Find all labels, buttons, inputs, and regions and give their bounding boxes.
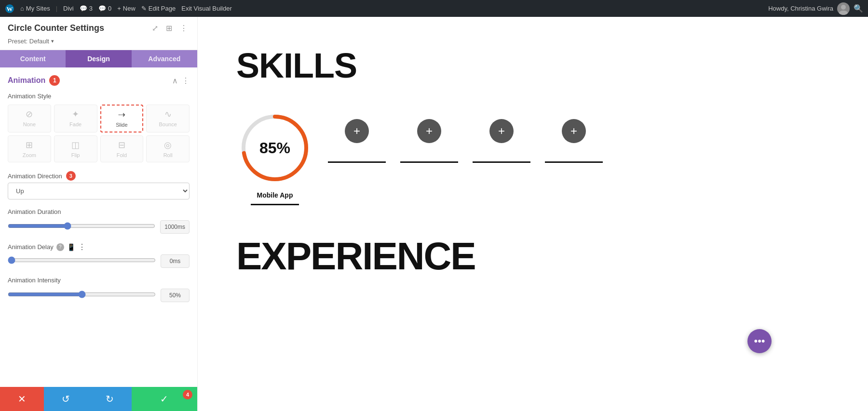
anim-flip-label: Flip xyxy=(71,152,80,158)
animation-delay-label: Animation Delay xyxy=(8,243,54,251)
page-content: SKILLS 85% Mobile App xyxy=(198,17,868,411)
delay-value: 0ms xyxy=(161,254,190,268)
help-icon[interactable]: ? xyxy=(56,243,64,251)
fold-icon: ⊟ xyxy=(118,140,125,150)
preset-arrow-icon[interactable]: ▾ xyxy=(51,38,54,44)
redo-button[interactable]: ↻ xyxy=(88,387,132,411)
wordpress-icon-link[interactable]: W xyxy=(5,4,14,13)
comment2-link[interactable]: 💬 0 xyxy=(98,5,111,12)
delay-slider[interactable] xyxy=(8,256,156,264)
animation-style-field: Animation Style ⊘ None ✦ Fade ⇢ Slide xyxy=(8,93,190,162)
anim-fade-label: Fade xyxy=(69,121,81,127)
anim-slide-label: Slide xyxy=(116,122,127,128)
anim-bounce[interactable]: ∿ Bounce xyxy=(146,105,190,133)
undo-button[interactable]: ↺ xyxy=(44,387,88,411)
undo-icon: ↺ xyxy=(62,393,70,405)
save-badge: 4 xyxy=(183,390,192,399)
direction-select[interactable]: Up Down Left Right Center xyxy=(8,183,190,199)
animation-intensity-label: Animation Intensity xyxy=(8,277,190,284)
section-more-icon[interactable]: ⋮ xyxy=(182,76,190,85)
sidebar-title-icons: ⤢ ⊞ ⋮ xyxy=(150,23,190,34)
exit-visual-builder-link[interactable]: Exit Visual Builder xyxy=(181,5,232,12)
anim-zoom-label: Zoom xyxy=(23,152,36,158)
home-icon: ⌂ xyxy=(20,5,24,12)
section-controls: ∧ ⋮ xyxy=(172,76,190,85)
collapse-icon[interactable]: ∧ xyxy=(172,76,178,85)
search-icon[interactable]: 🔍 xyxy=(854,4,863,13)
animation-section-header: Animation 1 ∧ ⋮ xyxy=(8,75,190,86)
pencil-icon: ✎ xyxy=(141,5,147,12)
preset-row: Preset: Default ▾ xyxy=(8,38,190,45)
plus-line-4 xyxy=(545,161,603,163)
more-options-icon[interactable]: ⋮ xyxy=(178,23,190,34)
circle-counter: 85% Mobile App xyxy=(236,109,313,205)
plus-item-3: + xyxy=(473,119,530,163)
plus-btn-2[interactable]: + xyxy=(417,119,441,143)
new-link[interactable]: + New xyxy=(117,5,136,12)
save-button[interactable]: ✓ 4 xyxy=(132,387,197,411)
animation-delay-field: Animation Delay ? 📱 ⋮ 0ms xyxy=(8,242,190,268)
tab-advanced[interactable]: Advanced xyxy=(132,50,197,67)
skills-row: 85% Mobile App + + + xyxy=(236,109,839,205)
mobile-device-icon[interactable]: 📱 xyxy=(67,243,75,251)
anim-fold[interactable]: ⊟ Fold xyxy=(100,135,144,162)
sidebar-title: Circle Counter Settings xyxy=(8,23,104,33)
plus-btn-1[interactable]: + xyxy=(345,119,369,143)
comments-link[interactable]: 💬 3 xyxy=(80,5,93,12)
howdy-text: Howdy, Christina Gwira xyxy=(768,5,833,12)
anim-roll-label: Roll xyxy=(163,152,173,158)
section-title-group: Animation 1 xyxy=(8,75,60,86)
tab-design[interactable]: Design xyxy=(66,50,131,67)
top-bar-left: W ⌂ My Sites | Divi 💬 3 💬 0 + New ✎ Edit… xyxy=(5,4,232,13)
plus-btn-3[interactable]: + xyxy=(489,119,514,143)
anim-roll[interactable]: ◎ Roll xyxy=(146,135,190,162)
anim-slide[interactable]: ⇢ Slide xyxy=(100,105,144,133)
plus-line-2 xyxy=(400,161,458,163)
direction-label-row: Animation Direction 3 xyxy=(8,171,190,181)
animation-badge: 1 xyxy=(49,75,60,86)
my-sites-link[interactable]: ⌂ My Sites xyxy=(20,5,50,12)
dots-icon: ••• xyxy=(754,335,765,347)
redo-icon: ↻ xyxy=(106,393,114,405)
flip-icon: ◫ xyxy=(71,140,80,150)
intensity-row: 50% xyxy=(8,289,190,302)
circle-underline xyxy=(251,204,299,205)
tab-content[interactable]: Content xyxy=(0,50,66,67)
sidebar-title-row: Circle Counter Settings ⤢ ⊞ ⋮ xyxy=(8,23,190,34)
sidebar: Circle Counter Settings ⤢ ⊞ ⋮ Preset: De… xyxy=(0,17,198,411)
direction-badge: 3 xyxy=(66,171,76,181)
edit-page-link[interactable]: ✎ Edit Page xyxy=(141,5,176,12)
duration-row: 1000ms xyxy=(8,220,190,234)
plus-btn-4[interactable]: + xyxy=(562,119,586,143)
delay-more-icon[interactable]: ⋮ xyxy=(78,242,86,252)
divi-link[interactable]: Divi xyxy=(63,5,74,12)
anim-flip[interactable]: ◫ Flip xyxy=(54,135,97,162)
sidebar-bottom: ✕ ↺ ↻ ✓ 4 xyxy=(0,387,197,411)
intensity-value: 50% xyxy=(161,289,190,302)
anim-none[interactable]: ⊘ None xyxy=(8,105,51,133)
roll-icon: ◎ xyxy=(164,140,172,150)
plus-item-1: + xyxy=(328,119,386,163)
top-bar-right: Howdy, Christina Gwira 🔍 xyxy=(768,2,863,15)
delay-slider-container xyxy=(8,256,156,266)
save-icon: ✓ xyxy=(160,393,168,405)
floating-dots-button[interactable]: ••• xyxy=(747,329,772,353)
sidebar-body: Animation 1 ∧ ⋮ Animation Style ⊘ None xyxy=(0,67,197,387)
duration-slider[interactable] xyxy=(8,222,155,230)
circle-svg-wrapper: 85% xyxy=(236,109,313,186)
anim-fade[interactable]: ✦ Fade xyxy=(54,105,97,133)
bubble-icon: 💬 xyxy=(80,5,87,12)
experience-title: EXPERIENCE xyxy=(236,234,839,278)
animation-intensity-field: Animation Intensity 50% xyxy=(8,277,190,302)
sidebar-tabs: Content Design Advanced xyxy=(0,50,197,67)
anim-zoom[interactable]: ⊞ Zoom xyxy=(8,135,51,162)
intensity-slider[interactable] xyxy=(8,291,156,298)
sidebar-header: Circle Counter Settings ⤢ ⊞ ⋮ Preset: De… xyxy=(0,17,197,50)
duration-value: 1000ms xyxy=(160,220,190,234)
skills-title: SKILLS xyxy=(236,46,839,85)
svg-text:W: W xyxy=(7,5,13,13)
layout-icon[interactable]: ⊞ xyxy=(164,23,174,34)
cancel-button[interactable]: ✕ xyxy=(0,387,44,411)
fade-icon: ✦ xyxy=(72,109,79,119)
resize-icon[interactable]: ⤢ xyxy=(150,23,160,34)
